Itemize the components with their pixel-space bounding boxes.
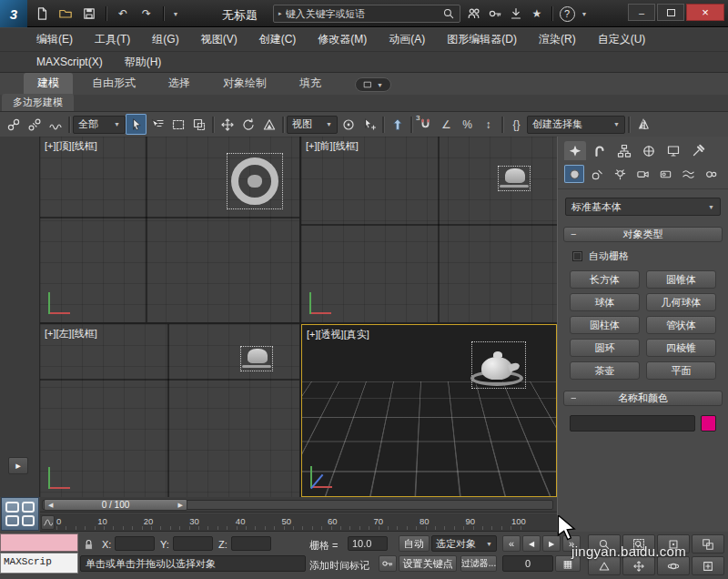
ribbon-config-button[interactable]: ▼	[355, 77, 391, 92]
helpers-category-icon[interactable]	[655, 165, 675, 183]
spinner-snap-icon[interactable]: ↕	[478, 114, 499, 135]
object-name-field[interactable]	[570, 415, 695, 432]
zoom-extents-all-icon[interactable]	[692, 534, 724, 554]
cameras-category-icon[interactable]	[632, 165, 652, 183]
track-bar[interactable]: 0102030405060708090100	[40, 513, 557, 532]
menu-customize[interactable]: 自定义(U)	[587, 28, 657, 51]
open-file-button[interactable]	[55, 4, 76, 24]
hierarchy-tab-icon[interactable]	[613, 141, 635, 160]
select-and-manipulate-icon[interactable]	[359, 114, 379, 135]
window-crossing-icon[interactable]	[188, 114, 209, 135]
new-file-button[interactable]	[31, 4, 53, 24]
menu-tools[interactable]: 工具(T)	[84, 28, 141, 51]
teapot-object[interactable]	[481, 357, 512, 380]
viewport-perspective-label[interactable]: [+][透视][真实]	[307, 328, 369, 341]
menu-create[interactable]: 创建(C)	[248, 28, 308, 51]
set-keys-button[interactable]	[379, 555, 397, 572]
snap-toggle-3d-icon[interactable]: 3	[415, 114, 436, 135]
viewport-front-label[interactable]: [+][前][线框]	[306, 139, 359, 153]
macro-recorder-pane[interactable]	[0, 533, 78, 552]
unlink-selection-icon[interactable]	[24, 114, 45, 135]
display-tab-icon[interactable]	[662, 141, 684, 160]
menu-edit[interactable]: 编辑(E)	[25, 28, 84, 51]
object-type-rollout[interactable]: − 对象类型	[563, 227, 723, 242]
community-icon[interactable]	[464, 4, 484, 24]
maximize-button[interactable]	[657, 4, 684, 21]
menu-animation[interactable]: 动画(A)	[378, 28, 436, 51]
named-selection-sets-dropdown[interactable]: 创建选择集▼	[527, 116, 625, 134]
key-filter-dropdown[interactable]: 选定对象▼	[431, 535, 497, 552]
mini-curve-editor-button[interactable]	[41, 515, 55, 530]
bind-to-space-warp-icon[interactable]	[45, 114, 66, 135]
shapes-category-icon[interactable]	[587, 165, 607, 183]
menu-views[interactable]: 视图(V)	[190, 28, 248, 51]
torus-button[interactable]: 圆环	[570, 339, 640, 357]
plane-button[interactable]: 平面	[646, 361, 716, 380]
viewport-perspective[interactable]: [+][透视][真实]	[301, 324, 557, 497]
ribbon-subtab-poly-modeling[interactable]: 多边形建模	[2, 94, 74, 111]
z-coordinate-field[interactable]	[231, 536, 271, 551]
save-file-button[interactable]	[78, 4, 100, 24]
key-filters-button[interactable]: 过滤器...	[460, 555, 497, 572]
auto-key-button[interactable]: 自动	[399, 535, 430, 552]
viewport-top-label[interactable]: [+][顶][线框]	[45, 139, 97, 153]
undo-button[interactable]: ↶	[112, 4, 134, 24]
select-and-link-icon[interactable]	[3, 114, 24, 135]
utilities-tab-icon[interactable]	[687, 141, 709, 160]
menu-help[interactable]: 帮助(H)	[114, 52, 173, 72]
search-box[interactable]: ▸	[273, 5, 460, 23]
ribbon-tab-modeling[interactable]: 建模	[24, 73, 73, 95]
viewport-front[interactable]: [+][前][线框]	[301, 137, 557, 322]
menu-modifiers[interactable]: 修改器(M)	[307, 28, 378, 51]
license-key-icon[interactable]	[485, 4, 505, 24]
current-frame-field[interactable]	[502, 555, 553, 572]
keyboard-shortcut-override-icon[interactable]	[387, 114, 408, 135]
select-by-name-icon[interactable]	[147, 114, 167, 135]
menu-group[interactable]: 组(G)	[141, 28, 189, 51]
sphere-button[interactable]: 球体	[570, 293, 640, 311]
space-warps-category-icon[interactable]	[678, 165, 698, 183]
teapot-button[interactable]: 茶壶	[570, 361, 640, 380]
maxscript-mini-listener[interactable]: MAXScrip	[0, 553, 78, 574]
select-object-button[interactable]	[126, 114, 147, 135]
time-slider-handle[interactable]: ◀ 0 / 100 ▶	[44, 499, 187, 511]
geometry-category-icon[interactable]	[564, 165, 584, 183]
teapot-object[interactable]	[505, 168, 525, 183]
next-frame-icon[interactable]: ▶	[178, 502, 183, 509]
minimize-button[interactable]: –	[628, 4, 655, 21]
previous-frame-button[interactable]: ◀	[522, 535, 541, 552]
modify-tab-icon[interactable]	[589, 141, 611, 160]
previous-frame-icon[interactable]: ◀	[48, 502, 53, 509]
field-of-view-icon[interactable]	[588, 556, 621, 575]
object-color-swatch[interactable]	[701, 415, 716, 432]
app-logo-icon[interactable]: 3	[0, 0, 27, 27]
ribbon-tab-object-paint[interactable]: 对象绘制	[209, 73, 280, 95]
ribbon-tab-freeform[interactable]: 自由形式	[78, 73, 149, 95]
pyramid-button[interactable]: 四棱锥	[646, 339, 716, 357]
ribbon-tab-populate[interactable]: 填充	[286, 73, 335, 95]
selection-region-icon[interactable]	[167, 114, 188, 135]
teapot-object[interactable]	[248, 175, 262, 188]
menu-rendering[interactable]: 渲染(R)	[528, 28, 587, 51]
qat-options-button[interactable]: ▼	[169, 4, 182, 24]
teapot-object[interactable]	[248, 349, 268, 363]
layout-flyout-button[interactable]: ▸	[8, 457, 28, 474]
viewport-layout-quad-button[interactable]	[1, 497, 39, 531]
motion-tab-icon[interactable]	[638, 141, 660, 160]
cone-button[interactable]: 圆锥体	[646, 270, 716, 289]
create-tab-icon[interactable]	[564, 141, 586, 160]
help-button[interactable]: ?	[557, 4, 577, 24]
box-button[interactable]: 长方体	[570, 270, 640, 289]
favorites-star-icon[interactable]: ★	[527, 4, 547, 24]
help-dropdown[interactable]: ▼	[578, 4, 591, 24]
add-time-tag[interactable]: 添加时间标记	[309, 559, 369, 573]
close-button[interactable]: ×	[686, 4, 724, 21]
viewport-left-label[interactable]: [+][左][线框]	[45, 327, 97, 340]
download-icon[interactable]	[506, 4, 526, 24]
set-key-mode-button[interactable]: 设置关键点	[399, 555, 457, 572]
primitive-category-dropdown[interactable]: 标准基本体 ▼	[565, 198, 721, 216]
viewport-top[interactable]: [+][顶][线框]	[40, 137, 299, 322]
pan-view-icon[interactable]	[622, 556, 655, 575]
selection-filter-dropdown[interactable]: 全部▼	[73, 116, 126, 134]
use-pivot-center-icon[interactable]	[338, 114, 359, 135]
